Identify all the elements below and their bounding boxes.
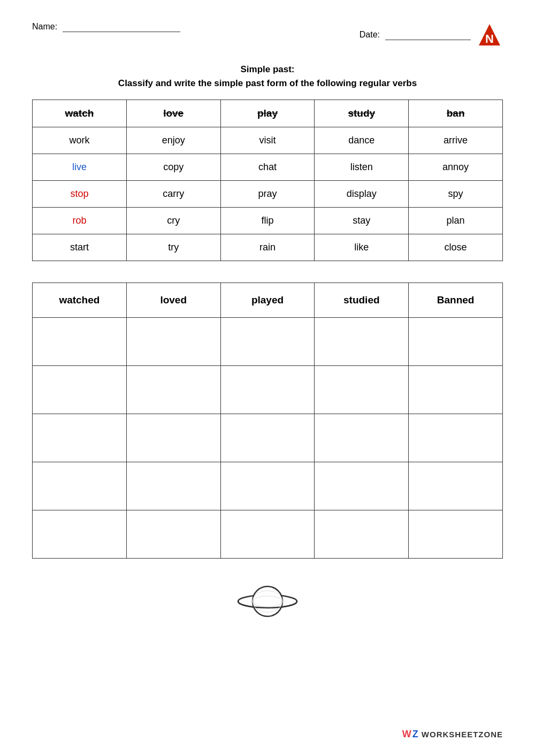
answer-cell[interactable] bbox=[33, 510, 127, 559]
answer-cell[interactable] bbox=[220, 510, 315, 559]
answer-cell[interactable] bbox=[220, 366, 315, 414]
verb-cell: like bbox=[315, 234, 409, 261]
verb-table-body: workenjoyvisitdancearrivelivecopychatlis… bbox=[33, 127, 503, 261]
answer-cell[interactable] bbox=[315, 318, 409, 366]
title-section: Simple past: Classify and write the simp… bbox=[32, 64, 503, 89]
verb-cell: annoy bbox=[409, 154, 503, 181]
answer-table-row bbox=[33, 414, 503, 462]
verb-cell: rob bbox=[33, 208, 127, 234]
answer-cell[interactable] bbox=[409, 414, 503, 462]
answer-table: watched loved played studied Banned bbox=[32, 282, 503, 559]
verb-cell: close bbox=[409, 234, 503, 261]
footer: W Z WORKSHEETZONE bbox=[402, 729, 503, 740]
answer-cell[interactable] bbox=[126, 366, 220, 414]
verb-table-row: workenjoyvisitdancearrive bbox=[33, 127, 503, 154]
answer-header-studied: studied bbox=[315, 283, 409, 318]
verb-cell: display bbox=[315, 181, 409, 208]
answer-header-loved: loved bbox=[126, 283, 220, 318]
answer-cell[interactable] bbox=[126, 510, 220, 559]
verb-table-header-row: watch love play study ban bbox=[33, 100, 503, 127]
verb-cell: enjoy bbox=[126, 127, 220, 154]
footer-z: Z bbox=[412, 729, 418, 740]
verb-cell: try bbox=[126, 234, 220, 261]
answer-cell[interactable] bbox=[33, 462, 127, 510]
answer-cell[interactable] bbox=[409, 510, 503, 559]
answer-cell[interactable] bbox=[220, 462, 315, 510]
answer-header-banned: Banned bbox=[409, 283, 503, 318]
verb-cell: dance bbox=[315, 127, 409, 154]
answer-cell[interactable] bbox=[126, 462, 220, 510]
verb-cell: flip bbox=[220, 208, 315, 234]
answer-cell[interactable] bbox=[315, 510, 409, 559]
answer-table-row bbox=[33, 366, 503, 414]
answer-header-row: watched loved played studied Banned bbox=[33, 283, 503, 318]
verb-header-watch: watch bbox=[33, 100, 127, 127]
verb-table-row: starttryrainlikeclose bbox=[33, 234, 503, 261]
answer-cell[interactable] bbox=[409, 462, 503, 510]
verb-header-love: love bbox=[126, 100, 220, 127]
brand-logo: N bbox=[476, 21, 503, 48]
answer-cell[interactable] bbox=[409, 318, 503, 366]
date-underline bbox=[385, 29, 471, 40]
verb-cell: live bbox=[33, 154, 127, 181]
answer-cell[interactable] bbox=[33, 318, 127, 366]
answer-cell[interactable] bbox=[33, 414, 127, 462]
answer-cell[interactable] bbox=[126, 414, 220, 462]
subtitle: Classify and write the simple past form … bbox=[32, 78, 503, 89]
verb-cell: plan bbox=[409, 208, 503, 234]
verb-table-row: stopcarrypraydisplayspy bbox=[33, 181, 503, 208]
verb-cell: work bbox=[33, 127, 127, 154]
verb-cell: chat bbox=[220, 154, 315, 181]
planet-illustration bbox=[32, 580, 503, 623]
answer-cell[interactable] bbox=[409, 366, 503, 414]
footer-brand: WORKSHEETZONE bbox=[422, 730, 503, 739]
footer-logo: W Z bbox=[402, 729, 418, 740]
verb-cell: stay bbox=[315, 208, 409, 234]
verb-cell: arrive bbox=[409, 127, 503, 154]
answer-table-row bbox=[33, 462, 503, 510]
date-and-logo: Date: N bbox=[360, 21, 503, 48]
verb-cell: rain bbox=[220, 234, 315, 261]
verb-cell: stop bbox=[33, 181, 127, 208]
verb-cell: copy bbox=[126, 154, 220, 181]
main-title: Simple past: bbox=[32, 64, 503, 75]
name-label: Name: bbox=[32, 22, 57, 32]
verb-cell: start bbox=[33, 234, 127, 261]
verb-cell: pray bbox=[220, 181, 315, 208]
answer-table-body bbox=[33, 318, 503, 559]
verb-table-row: livecopychatlistenannoy bbox=[33, 154, 503, 181]
answer-cell[interactable] bbox=[315, 462, 409, 510]
answer-cell[interactable] bbox=[220, 318, 315, 366]
answer-cell[interactable] bbox=[315, 366, 409, 414]
verb-cell: carry bbox=[126, 181, 220, 208]
name-field: Name: bbox=[32, 21, 180, 32]
svg-text:N: N bbox=[485, 32, 494, 45]
date-label: Date: bbox=[360, 30, 380, 40]
page-header: Name: Date: N bbox=[32, 21, 503, 48]
planet-icon bbox=[235, 580, 300, 623]
answer-header-watched: watched bbox=[33, 283, 127, 318]
footer-w: W bbox=[402, 729, 411, 740]
answer-cell[interactable] bbox=[220, 414, 315, 462]
verb-cell: listen bbox=[315, 154, 409, 181]
verb-cell: spy bbox=[409, 181, 503, 208]
answer-table-row bbox=[33, 318, 503, 366]
verb-cell: visit bbox=[220, 127, 315, 154]
name-underline bbox=[63, 21, 180, 32]
answer-table-row bbox=[33, 510, 503, 559]
answer-header-played: played bbox=[220, 283, 315, 318]
verb-header-play: play bbox=[220, 100, 315, 127]
answer-cell[interactable] bbox=[126, 318, 220, 366]
verb-table: watch love play study ban workenjoyvisit… bbox=[32, 100, 503, 261]
verb-header-ban: ban bbox=[409, 100, 503, 127]
answer-cell[interactable] bbox=[315, 414, 409, 462]
verb-cell: cry bbox=[126, 208, 220, 234]
answer-cell[interactable] bbox=[33, 366, 127, 414]
verb-table-row: robcryflipstayplan bbox=[33, 208, 503, 234]
verb-header-study: study bbox=[315, 100, 409, 127]
